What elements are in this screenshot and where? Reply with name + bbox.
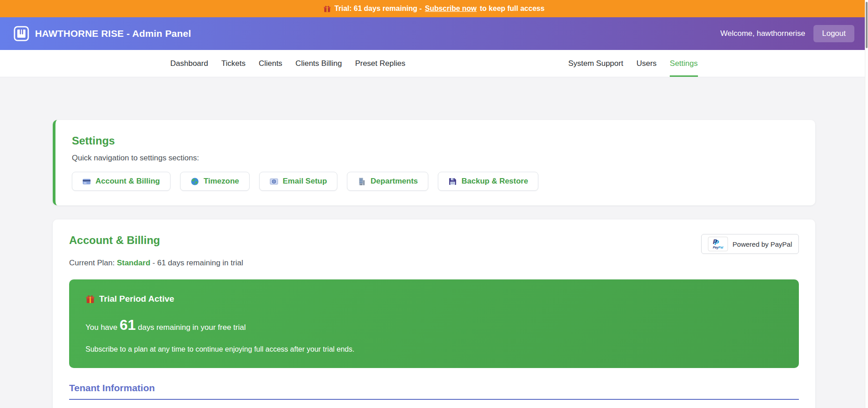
nav-item-system-support[interactable]: System Support (568, 50, 623, 77)
paypal-logo-icon: P P PayPal (708, 237, 728, 251)
credit-card-icon (82, 177, 91, 186)
building-icon (357, 177, 366, 186)
globe-icon (191, 177, 199, 186)
departments-button[interactable]: Departments (347, 172, 428, 191)
nav-group-left: Dashboard Tickets Clients Clients Billin… (171, 50, 406, 77)
nav-item-tickets[interactable]: Tickets (221, 50, 246, 77)
trial-subtext: Subscribe to a plan at any time to conti… (85, 345, 783, 353)
timezone-button[interactable]: Timezone (180, 172, 250, 191)
email-setup-button[interactable]: Email Setup (259, 172, 337, 191)
nav-item-users[interactable]: Users (637, 50, 657, 77)
powered-by-paypal-label: Powered by PayPal (733, 240, 792, 248)
welcome-text: Welcome, hawthornerise (720, 29, 805, 38)
app-title: HAWTHORNE RISE - Admin Panel (35, 28, 191, 39)
trial-days-count: 61 (120, 317, 136, 333)
plan-name: Standard (117, 259, 151, 267)
nav-item-preset-replies[interactable]: Preset Replies (355, 50, 406, 77)
backup-restore-label: Backup & Restore (462, 177, 528, 186)
timezone-label: Timezone (204, 177, 239, 186)
scrollbar-track[interactable] (865, 0, 868, 408)
nav-item-clients-billing[interactable]: Clients Billing (296, 50, 342, 77)
backup-restore-button[interactable]: Backup & Restore (438, 172, 538, 191)
settings-card-subtitle: Quick navigation to settings sections: (72, 154, 799, 163)
brand: HAWTHORNE RISE - Admin Panel (14, 26, 191, 41)
account-billing-label: Account & Billing (95, 177, 160, 186)
main-nav: Dashboard Tickets Clients Clients Billin… (0, 50, 868, 77)
trial-banner-text: Trial: 61 days remaining - (334, 5, 421, 13)
app-header: HAWTHORNE RISE - Admin Panel Welcome, ha… (0, 17, 868, 50)
departments-label: Departments (371, 177, 418, 186)
piano-keyboard-icon (14, 26, 29, 41)
email-setup-label: Email Setup (283, 177, 327, 186)
subscribe-now-link[interactable]: Subscribe now (425, 5, 477, 13)
trial-banner: Trial: 61 days remaining - Subscribe now… (0, 0, 868, 17)
tenant-information-heading: Tenant Information (69, 383, 799, 400)
nav-item-settings[interactable]: Settings (670, 50, 697, 77)
email-icon (270, 177, 278, 186)
svg-text:P: P (713, 238, 717, 245)
floppy-disk-icon (448, 177, 457, 186)
svg-text:PayPal: PayPal (713, 246, 724, 249)
trial-period-title: Trial Period Active (99, 294, 174, 304)
current-plan-line: Current Plan: Standard - 61 days remaini… (69, 259, 799, 268)
scrollbar-thumb[interactable] (866, 2, 868, 48)
account-billing-card: Account & Billing P P PayPal Powered by … (53, 219, 815, 408)
settings-card: Settings Quick navigation to settings se… (53, 120, 815, 205)
logout-button[interactable]: Logout (813, 25, 854, 42)
gift-icon (323, 5, 331, 13)
trial-period-banner: Trial Period Active You have 61 days rem… (69, 279, 799, 368)
nav-group-right: System Support Users Settings (568, 50, 698, 77)
nav-item-clients[interactable]: Clients (259, 50, 282, 77)
nav-item-dashboard[interactable]: Dashboard (171, 50, 208, 77)
trial-banner-suffix: to keep full access (480, 5, 544, 13)
account-billing-title: Account & Billing (69, 234, 160, 247)
settings-card-title: Settings (72, 134, 799, 147)
account-billing-button[interactable]: Account & Billing (72, 172, 171, 191)
trial-days-line: You have 61 days remaining in your free … (85, 317, 783, 333)
powered-by-paypal-button[interactable]: P P PayPal Powered by PayPal (701, 234, 799, 254)
gift-icon (85, 294, 95, 304)
